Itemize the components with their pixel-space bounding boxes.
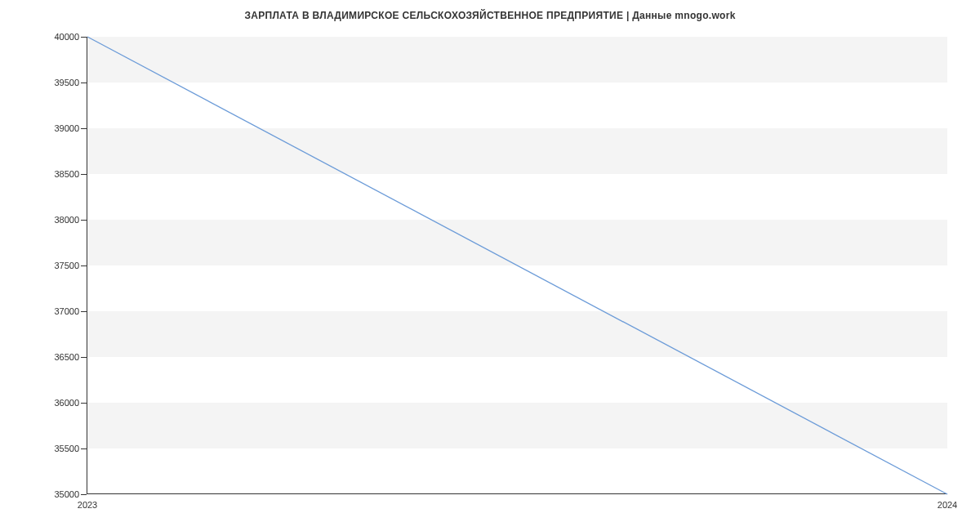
y-tick [81,220,87,221]
y-tick [81,266,87,266]
x-tick-label: 2023 [78,500,97,510]
y-tick-label: 38500 [14,169,79,179]
y-tick-label: 35000 [14,489,79,499]
y-tick [81,403,87,404]
y-tick-label: 39000 [14,123,79,133]
y-tick-label: 38000 [14,215,79,225]
chart-container: ЗАРПЛАТА В ВЛАДИМИРСКОЕ СЕЛЬСКОХОЗЯЙСТВЕ… [0,0,980,531]
y-tick-label: 37500 [14,261,79,270]
y-tick [81,83,87,83]
series-line [87,37,947,494]
chart-line-svg [87,37,947,494]
y-tick [81,174,87,175]
y-tick-label: 40000 [14,32,79,42]
y-tick-label: 35500 [14,444,79,453]
y-tick-label: 39500 [14,78,79,87]
y-tick-label: 36500 [14,352,79,362]
chart-title: ЗАРПЛАТА В ВЛАДИМИРСКОЕ СЕЛЬСКОХОЗЯЙСТВЕ… [0,10,980,21]
y-tick [81,37,87,38]
y-tick [81,357,87,358]
y-tick [81,311,87,312]
y-tick [81,448,87,449]
y-tick-label: 37000 [14,306,79,316]
y-tick [81,494,87,495]
y-tick [81,128,87,129]
x-tick-label: 2024 [938,500,957,510]
y-tick-label: 36000 [14,398,79,408]
